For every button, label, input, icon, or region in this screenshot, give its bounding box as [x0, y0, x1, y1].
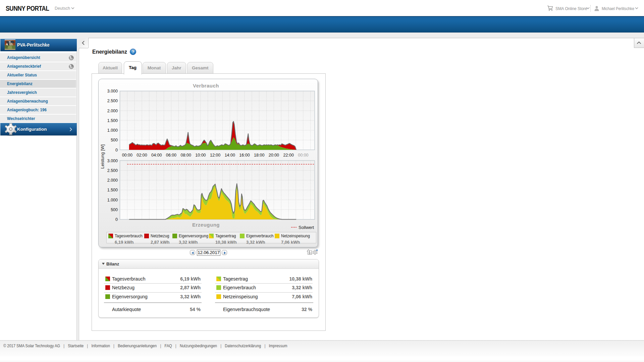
- svg-text:Sollwert: Sollwert: [299, 225, 314, 230]
- svg-text:12:00: 12:00: [210, 153, 220, 158]
- svg-text:20:00: 20:00: [269, 153, 279, 158]
- svg-text:2.500: 2.500: [107, 168, 118, 173]
- svg-text:06:00: 06:00: [166, 153, 176, 158]
- svg-text:22:00: 22:00: [283, 153, 294, 158]
- svg-text:00:00: 00:00: [298, 153, 308, 158]
- svg-text:Verbrauch: Verbrauch: [193, 83, 219, 88]
- svg-text:00:00: 00:00: [122, 153, 132, 158]
- svg-text:02:00: 02:00: [137, 153, 147, 158]
- svg-text:1.000: 1.000: [107, 128, 118, 133]
- svg-text:500: 500: [111, 207, 118, 212]
- svg-text:0: 0: [115, 148, 118, 153]
- svg-text:Leistung [W]: Leistung [W]: [100, 144, 105, 169]
- svg-text:1.500: 1.500: [107, 118, 118, 123]
- svg-text:18:00: 18:00: [254, 153, 264, 158]
- svg-text:2.000: 2.000: [107, 178, 118, 183]
- svg-text:500: 500: [111, 138, 118, 142]
- svg-text:10:00: 10:00: [195, 153, 206, 158]
- svg-text:2.000: 2.000: [107, 109, 118, 113]
- svg-text:2.500: 2.500: [107, 99, 118, 103]
- svg-text:08:00: 08:00: [181, 153, 191, 158]
- svg-text:Erzeugung: Erzeugung: [192, 222, 220, 228]
- svg-text:1.000: 1.000: [107, 198, 118, 202]
- svg-text:0: 0: [115, 217, 118, 222]
- svg-text:1.500: 1.500: [107, 188, 118, 192]
- svg-text:16:00: 16:00: [239, 153, 250, 158]
- svg-text:14:00: 14:00: [225, 153, 235, 158]
- svg-text:04:00: 04:00: [151, 153, 162, 158]
- svg-text:3.000: 3.000: [107, 159, 118, 163]
- svg-text:3.000: 3.000: [107, 89, 118, 94]
